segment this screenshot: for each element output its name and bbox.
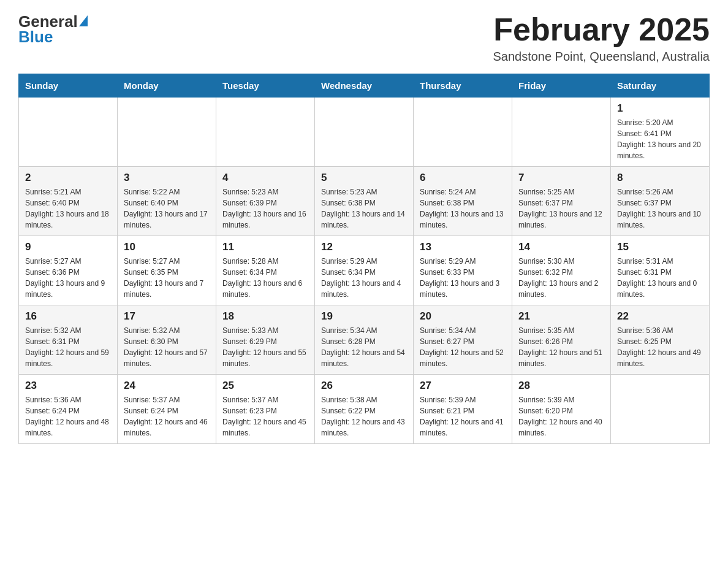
day-number: 12 [321, 241, 407, 253]
day-number: 14 [518, 241, 604, 253]
calendar-cell [216, 98, 315, 167]
calendar-cell: 18Sunrise: 5:33 AM Sunset: 6:29 PM Dayli… [216, 305, 315, 375]
day-number: 25 [222, 380, 308, 392]
calendar-cell: 4Sunrise: 5:23 AM Sunset: 6:39 PM Daylig… [216, 167, 315, 236]
calendar-header-row: SundayMondayTuesdayWednesdayThursdayFrid… [19, 74, 710, 98]
calendar-cell [19, 98, 118, 167]
day-info: Sunrise: 5:34 AM Sunset: 6:27 PM Dayligh… [420, 325, 506, 369]
day-number: 18 [222, 310, 308, 323]
day-number: 2 [25, 172, 111, 184]
day-info: Sunrise: 5:33 AM Sunset: 6:29 PM Dayligh… [222, 325, 308, 369]
calendar-cell: 1Sunrise: 5:20 AM Sunset: 6:41 PM Daylig… [611, 98, 710, 167]
day-info: Sunrise: 5:26 AM Sunset: 6:37 PM Dayligh… [617, 186, 703, 231]
calendar-cell: 17Sunrise: 5:32 AM Sunset: 6:30 PM Dayli… [118, 305, 216, 375]
day-info: Sunrise: 5:34 AM Sunset: 6:28 PM Dayligh… [321, 325, 407, 369]
calendar-cell [315, 98, 414, 167]
day-info: Sunrise: 5:30 AM Sunset: 6:32 PM Dayligh… [518, 256, 604, 300]
calendar-cell: 15Sunrise: 5:31 AM Sunset: 6:31 PM Dayli… [611, 236, 710, 305]
logo: General Blue [18, 12, 88, 47]
day-info: Sunrise: 5:37 AM Sunset: 6:24 PM Dayligh… [124, 394, 210, 439]
calendar-table: SundayMondayTuesdayWednesdayThursdayFrid… [18, 74, 710, 444]
day-number: 26 [321, 380, 407, 392]
day-number: 23 [25, 380, 111, 392]
calendar-cell: 27Sunrise: 5:39 AM Sunset: 6:21 PM Dayli… [414, 375, 512, 444]
day-info: Sunrise: 5:36 AM Sunset: 6:24 PM Dayligh… [25, 394, 111, 439]
calendar-week-row: 23Sunrise: 5:36 AM Sunset: 6:24 PM Dayli… [19, 375, 710, 444]
day-info: Sunrise: 5:39 AM Sunset: 6:21 PM Dayligh… [420, 394, 506, 439]
day-number: 24 [124, 380, 210, 392]
day-header-thursday: Thursday [414, 74, 512, 98]
calendar-cell: 5Sunrise: 5:23 AM Sunset: 6:38 PM Daylig… [315, 167, 414, 236]
day-info: Sunrise: 5:29 AM Sunset: 6:34 PM Dayligh… [321, 256, 407, 300]
day-header-monday: Monday [118, 74, 216, 98]
day-info: Sunrise: 5:25 AM Sunset: 6:37 PM Dayligh… [518, 186, 604, 231]
day-info: Sunrise: 5:24 AM Sunset: 6:38 PM Dayligh… [420, 186, 506, 231]
calendar-cell: 12Sunrise: 5:29 AM Sunset: 6:34 PM Dayli… [315, 236, 414, 305]
calendar-cell: 22Sunrise: 5:36 AM Sunset: 6:25 PM Dayli… [611, 305, 710, 375]
calendar-cell: 25Sunrise: 5:37 AM Sunset: 6:23 PM Dayli… [216, 375, 315, 444]
calendar-cell: 9Sunrise: 5:27 AM Sunset: 6:36 PM Daylig… [19, 236, 118, 305]
day-info: Sunrise: 5:31 AM Sunset: 6:31 PM Dayligh… [617, 256, 703, 300]
calendar-cell: 28Sunrise: 5:39 AM Sunset: 6:20 PM Dayli… [512, 375, 611, 444]
day-number: 17 [124, 310, 210, 323]
calendar-cell: 13Sunrise: 5:29 AM Sunset: 6:33 PM Dayli… [414, 236, 512, 305]
calendar-cell [611, 375, 710, 444]
logo-blue-text: Blue [18, 28, 53, 47]
day-header-tuesday: Tuesday [216, 74, 315, 98]
day-info: Sunrise: 5:35 AM Sunset: 6:26 PM Dayligh… [518, 325, 604, 369]
calendar-cell: 10Sunrise: 5:27 AM Sunset: 6:35 PM Dayli… [118, 236, 216, 305]
day-number: 28 [518, 380, 604, 392]
calendar-week-row: 1Sunrise: 5:20 AM Sunset: 6:41 PM Daylig… [19, 98, 710, 167]
calendar-cell: 24Sunrise: 5:37 AM Sunset: 6:24 PM Dayli… [118, 375, 216, 444]
day-number: 21 [518, 310, 604, 323]
calendar-week-row: 16Sunrise: 5:32 AM Sunset: 6:31 PM Dayli… [19, 305, 710, 375]
day-info: Sunrise: 5:32 AM Sunset: 6:30 PM Dayligh… [124, 325, 210, 369]
calendar-cell: 3Sunrise: 5:22 AM Sunset: 6:40 PM Daylig… [118, 167, 216, 236]
day-info: Sunrise: 5:29 AM Sunset: 6:33 PM Dayligh… [420, 256, 506, 300]
day-number: 20 [420, 310, 506, 323]
title-section: February 2025 Sandstone Point, Queenslan… [493, 12, 710, 64]
day-number: 11 [222, 241, 308, 253]
calendar-cell [512, 98, 611, 167]
day-number: 22 [617, 310, 703, 323]
calendar-week-row: 9Sunrise: 5:27 AM Sunset: 6:36 PM Daylig… [19, 236, 710, 305]
calendar-week-row: 2Sunrise: 5:21 AM Sunset: 6:40 PM Daylig… [19, 167, 710, 236]
day-number: 8 [617, 172, 703, 184]
calendar-cell: 19Sunrise: 5:34 AM Sunset: 6:28 PM Dayli… [315, 305, 414, 375]
calendar-cell: 8Sunrise: 5:26 AM Sunset: 6:37 PM Daylig… [611, 167, 710, 236]
day-info: Sunrise: 5:32 AM Sunset: 6:31 PM Dayligh… [25, 325, 111, 369]
day-header-wednesday: Wednesday [315, 74, 414, 98]
day-number: 9 [25, 241, 111, 253]
calendar-cell: 7Sunrise: 5:25 AM Sunset: 6:37 PM Daylig… [512, 167, 611, 236]
calendar-cell [118, 98, 216, 167]
day-number: 3 [124, 172, 210, 184]
day-number: 6 [420, 172, 506, 184]
day-number: 7 [518, 172, 604, 184]
day-number: 19 [321, 310, 407, 323]
day-info: Sunrise: 5:22 AM Sunset: 6:40 PM Dayligh… [124, 186, 210, 231]
calendar-cell [414, 98, 512, 167]
calendar-cell: 14Sunrise: 5:30 AM Sunset: 6:32 PM Dayli… [512, 236, 611, 305]
calendar-cell: 2Sunrise: 5:21 AM Sunset: 6:40 PM Daylig… [19, 167, 118, 236]
day-number: 27 [420, 380, 506, 392]
day-info: Sunrise: 5:39 AM Sunset: 6:20 PM Dayligh… [518, 394, 604, 439]
day-info: Sunrise: 5:37 AM Sunset: 6:23 PM Dayligh… [222, 394, 308, 439]
calendar-cell: 26Sunrise: 5:38 AM Sunset: 6:22 PM Dayli… [315, 375, 414, 444]
day-number: 15 [617, 241, 703, 253]
day-info: Sunrise: 5:36 AM Sunset: 6:25 PM Dayligh… [617, 325, 703, 369]
day-number: 13 [420, 241, 506, 253]
day-info: Sunrise: 5:28 AM Sunset: 6:34 PM Dayligh… [222, 256, 308, 300]
logo-arrow-icon [79, 15, 88, 26]
day-header-sunday: Sunday [19, 74, 118, 98]
day-number: 16 [25, 310, 111, 323]
location-subtitle: Sandstone Point, Queensland, Australia [493, 50, 710, 64]
calendar-cell: 6Sunrise: 5:24 AM Sunset: 6:38 PM Daylig… [414, 167, 512, 236]
day-number: 1 [617, 102, 703, 115]
day-info: Sunrise: 5:27 AM Sunset: 6:36 PM Dayligh… [25, 256, 111, 300]
day-info: Sunrise: 5:21 AM Sunset: 6:40 PM Dayligh… [25, 186, 111, 231]
calendar-cell: 21Sunrise: 5:35 AM Sunset: 6:26 PM Dayli… [512, 305, 611, 375]
page-header: General Blue February 2025 Sandstone Poi… [18, 12, 710, 64]
day-info: Sunrise: 5:23 AM Sunset: 6:38 PM Dayligh… [321, 186, 407, 231]
calendar-cell: 16Sunrise: 5:32 AM Sunset: 6:31 PM Dayli… [19, 305, 118, 375]
day-header-saturday: Saturday [611, 74, 710, 98]
